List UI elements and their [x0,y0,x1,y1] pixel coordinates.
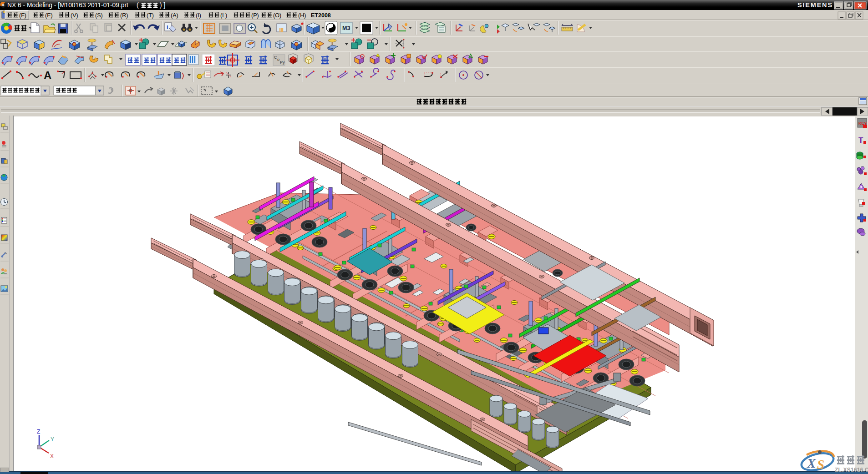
svg-text:Z: Z [37,429,40,435]
svg-text:X: X [807,456,816,470]
svg-text:X: X [50,453,54,459]
svg-text:Y: Y [51,436,54,443]
svg-text:S: S [817,457,824,472]
svg-text:ZL.XS1616.COM: ZL.XS1616.COM [835,467,868,473]
